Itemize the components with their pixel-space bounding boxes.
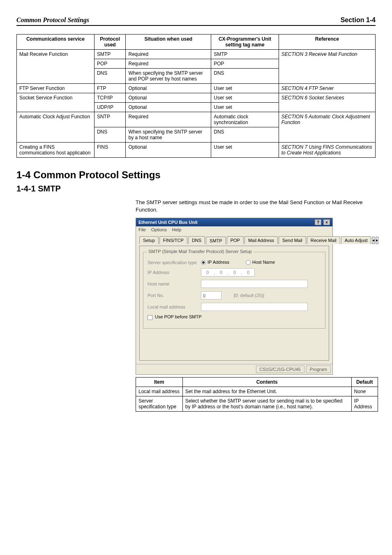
tab-dns[interactable]: DNS (188, 236, 205, 244)
host-name-input[interactable] (201, 280, 308, 288)
cell-protocol: UDP/IP (94, 103, 126, 112)
cell-ref: SECTION 3 Receive Mail Function (279, 50, 375, 84)
table-row: Socket Service Function TCP/IP Optional … (17, 93, 376, 103)
tab-scroll-right-icon[interactable]: ▸ (376, 237, 378, 244)
proto-th-1: Protocol used (94, 35, 126, 50)
radio-host-name[interactable]: Host Name (246, 260, 275, 265)
lead-paragraph: The SMTP server settings must be made in… (136, 199, 376, 214)
proto-th-0: Communications service (17, 35, 95, 50)
port-hint: [0: default (25)] (234, 293, 264, 298)
ip-octet-1[interactable]: 0 (215, 270, 227, 275)
tab-scroll-left-icon[interactable]: ◂ (372, 237, 375, 244)
cell-situation: When specifying the SNTP server by a hos… (126, 127, 211, 143)
label-host-name: Host name (148, 281, 201, 286)
table-row: FTP Server Function FTP Optional User se… (17, 84, 376, 93)
menu-help[interactable]: Help (172, 227, 182, 232)
label-spec-type: Server specification type (148, 260, 201, 265)
tab-receive-mail[interactable]: Receive Mail (307, 236, 340, 244)
table-row: Mail Receive Function SMTP Required SMTP… (17, 50, 376, 59)
cell-protocol: FTP (94, 84, 126, 93)
items-contents: Set the mail address for the Ethernet Un… (182, 387, 351, 396)
cell-protocol: FINS (94, 143, 126, 158)
status-model: CS1G/CJ1G-CPU45 (256, 366, 304, 373)
cell-tag: SMTP (211, 50, 279, 59)
table-row: Creating a FINS communications host appl… (17, 143, 376, 158)
items-item: Local mail address (136, 387, 183, 396)
table-row: Server specification type Select whether… (136, 396, 378, 412)
radio-ip-address-label: IP Address (208, 260, 229, 265)
tab-pop[interactable]: POP (227, 236, 244, 244)
cell-situation: Required (126, 112, 211, 127)
help-icon[interactable]: ? (315, 219, 321, 225)
cell-situation: Optional (126, 93, 211, 103)
table-row: Local mail address Set the mail address … (136, 387, 378, 396)
tab-smtp[interactable]: SMTP (206, 237, 226, 244)
cell-tag: User set (211, 143, 279, 158)
cell-protocol: SMTP (94, 50, 126, 59)
tab-fins-tcp[interactable]: FINS/TCP (159, 236, 187, 244)
tab-mail-address[interactable]: Mail Address (244, 236, 278, 244)
dialog-title: Ethernet Unit CPU Bus Unit (138, 220, 198, 225)
local-mail-input[interactable] (201, 303, 308, 311)
cell-situation: Required (126, 59, 211, 69)
ip-address-input[interactable]: 0. 0. 0. 0 (201, 268, 255, 276)
label-port-no: Port No. (148, 293, 201, 298)
cell-ref: SECTION 5 Automatic Clock Adjustment Fun… (279, 112, 375, 143)
cell-situation: Optional (126, 84, 211, 93)
cell-service: Automatic Clock Adjust Function (17, 112, 95, 143)
proto-th-4: Reference (279, 35, 375, 50)
cell-tag: Automatic clock synchronization (211, 112, 279, 127)
ip-octet-2[interactable]: 0 (228, 270, 241, 275)
items-th-0: Item (136, 378, 183, 387)
items-default: None (351, 387, 378, 396)
cell-ref: SECTION 7 Using FINS Communications to C… (279, 143, 375, 158)
table-row: Automatic Clock Adjust Function SNTP Req… (17, 112, 376, 127)
cell-tag: User set (211, 103, 279, 112)
fieldset-legend: SMTP (Simple Mail Transfer Protocol) Ser… (147, 249, 254, 254)
tab-strip: Setup FINS/TCP DNS SMTP POP Mail Address… (139, 236, 329, 244)
cell-protocol: TCP/IP (94, 93, 126, 103)
header-right: Section 1-4 (341, 16, 376, 24)
cell-tag: User set (211, 93, 279, 103)
smtp-dialog: Ethernet Unit CPU Bus Unit ? × File Opti… (136, 218, 333, 375)
cell-ref: SECTION 6 Socket Services (279, 93, 375, 112)
label-ip-address: IP Address (148, 270, 201, 275)
cell-situation: When specifying the SMTP server and POP … (126, 69, 211, 84)
dialog-menubar: File Options Help (136, 226, 332, 233)
ip-octet-3[interactable]: 0 (242, 270, 254, 275)
dialog-status-bar: CS1G/CJ1G-CPU45 Program (136, 364, 332, 374)
tab-send-mail[interactable]: Send Mail (279, 236, 306, 244)
header-left: Common Protocol Settings (16, 16, 89, 24)
label-local-mail: Local mail address (148, 304, 201, 309)
menu-options[interactable]: Options (151, 227, 167, 232)
cell-situation: Optional (126, 103, 211, 112)
close-icon[interactable]: × (323, 219, 330, 225)
tab-setup[interactable]: Setup (139, 236, 159, 244)
smtp-fieldset: SMTP (Simple Mail Transfer Protocol) Ser… (143, 252, 325, 328)
use-pop-checkbox[interactable]: Use POP before SMTP (148, 314, 202, 320)
cell-ref: SECTION 4 FTP Server (279, 84, 375, 93)
cell-service: Creating a FINS communications host appl… (17, 143, 95, 158)
items-contents: Select whether the SMTP server used for … (182, 396, 351, 412)
subsection-title: 1-4-1 SMTP (16, 184, 376, 193)
items-default: IP Address (351, 396, 378, 412)
protocol-table: Communications service Protocol used Sit… (16, 34, 376, 158)
radio-ip-address[interactable]: IP Address (201, 260, 229, 265)
status-mode: Program (306, 366, 331, 373)
cell-tag: DNS (211, 127, 279, 143)
ip-octet-0[interactable]: 0 (201, 270, 214, 275)
radio-host-name-label: Host Name (252, 260, 275, 265)
items-table: Item Contents Default Local mail address… (136, 377, 378, 412)
items-th-1: Contents (182, 378, 351, 387)
cell-service: Socket Service Function (17, 93, 95, 112)
proto-th-2: Situation when used (126, 35, 211, 50)
menu-file[interactable]: File (138, 227, 146, 232)
items-item: Server specification type (136, 396, 183, 412)
cell-situation: Optional (126, 143, 211, 158)
cell-protocol: DNS (94, 127, 126, 143)
tab-auto-adjust[interactable]: Auto Adjust (341, 236, 371, 244)
cell-protocol: SNTP (94, 112, 126, 127)
port-no-input[interactable]: 0 (201, 291, 221, 299)
cell-protocol: DNS (94, 69, 126, 84)
cell-situation: Required (126, 50, 211, 59)
